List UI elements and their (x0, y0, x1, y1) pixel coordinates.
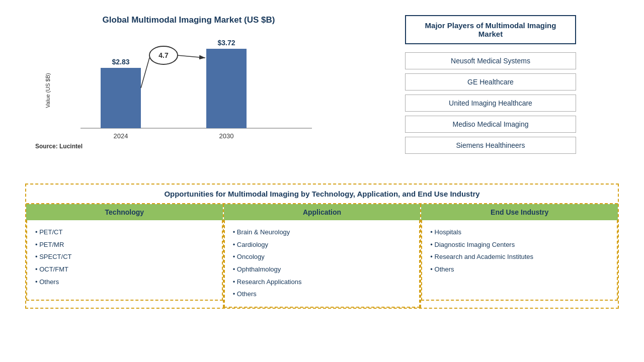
app-item-1: Brain & Neurology (233, 226, 412, 239)
player-siemens: Siemens Healthineers (405, 137, 576, 154)
application-body: Brain & Neurology Cardiology Oncology Op… (224, 220, 421, 308)
year-2024: 2024 (114, 132, 128, 140)
app-item-4: Ophthalmology (233, 263, 412, 276)
player-mediso: Mediso Medical Imaging (405, 116, 576, 133)
tech-item-2: PET/MR (35, 239, 214, 251)
cagr-label: 4.7 (158, 51, 169, 59)
tech-item-5: Others (35, 276, 214, 289)
players-area: Major Players of Multimodal Imaging Mark… (362, 10, 619, 181)
application-header: Application (224, 204, 421, 220)
player-united: United Imaging Healthcare (405, 95, 576, 112)
cagr-arrow (177, 55, 205, 58)
app-item-5: Research Applications (233, 276, 412, 289)
opportunities-title: Opportunities for Multimodal Imaging by … (26, 185, 618, 204)
y-axis-label: Value (US $B) (45, 73, 51, 108)
technology-body: PET/CT PET/MR SPECT/CT OCT/FMT Others (26, 220, 223, 301)
enduse-header: End Use Industry (421, 204, 618, 220)
enduse-item-2: Diagnostic Imaging Centers (430, 239, 609, 251)
chart-title: Global Multimodal Imaging Market (US $B) (103, 15, 275, 25)
opportunities-section: Opportunities for Multimodal Imaging by … (25, 184, 619, 309)
enduse-item-1: Hospitals (430, 226, 609, 239)
bar-2030 (206, 49, 247, 128)
application-column: Application Brain & Neurology Cardiology… (224, 204, 422, 308)
tech-item-4: OCT/FMT (35, 263, 214, 276)
tech-item-1: PET/CT (35, 226, 214, 239)
top-section: Global Multimodal Imaging Market (US $B)… (25, 10, 619, 181)
enduse-column: End Use Industry Hospitals Diagnostic Im… (421, 204, 618, 308)
arrow-from-bar (141, 58, 149, 88)
enduse-item-3: Research and Academic Institutes (430, 251, 609, 263)
player-neusoft: Neusoft Medical Systems (405, 52, 576, 69)
year-2030: 2030 (219, 132, 234, 140)
chart-svg: $2.83 2024 $3.72 2030 4.7 (50, 30, 342, 146)
page-wrapper: Global Multimodal Imaging Market (US $B)… (25, 10, 619, 352)
app-item-6: Others (233, 288, 412, 301)
enduse-item-4: Others (430, 263, 609, 276)
player-ge: GE Healthcare (405, 73, 576, 90)
app-item-2: Cardiology (233, 239, 412, 251)
app-item-3: Oncology (233, 251, 412, 263)
chart-area: Global Multimodal Imaging Market (US $B)… (25, 10, 352, 181)
technology-header: Technology (26, 204, 223, 220)
enduse-body: Hospitals Diagnostic Imaging Centers Res… (421, 220, 618, 301)
technology-column: Technology PET/CT PET/MR SPECT/CT OCT/FM… (26, 204, 224, 308)
bar-2024-label: $2.83 (112, 58, 129, 66)
bar-2024 (101, 68, 141, 128)
bar-2030-label: $3.72 (217, 39, 235, 47)
players-title: Major Players of Multimodal Imaging Mark… (405, 15, 576, 44)
opp-columns: Technology PET/CT PET/MR SPECT/CT OCT/FM… (26, 204, 618, 308)
tech-item-3: SPECT/CT (35, 251, 214, 263)
